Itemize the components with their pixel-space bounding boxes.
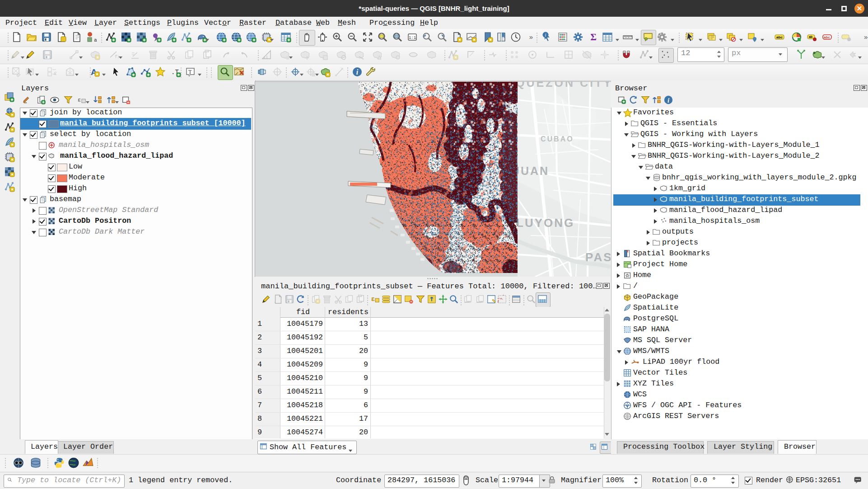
svg-text:i: i — [356, 68, 359, 76]
svg-text:1:1: 1:1 — [409, 36, 416, 40]
svg-text:ab: ab — [809, 35, 812, 38]
svg-text:T: T — [188, 69, 192, 75]
svg-text:ε: ε — [78, 97, 81, 103]
svg-text:»: » — [529, 33, 533, 41]
svg-text:abc: abc — [824, 35, 830, 39]
svg-text:i: i — [545, 33, 546, 38]
svg-text:ε: ε — [54, 71, 57, 77]
svg-text:a: a — [94, 38, 97, 42]
svg-text:abc: abc — [776, 35, 783, 39]
svg-text:ε: ε — [371, 296, 375, 303]
svg-text:i: i — [667, 97, 669, 104]
svg-text:»: » — [864, 33, 868, 41]
svg-text:Σ: Σ — [590, 32, 597, 42]
